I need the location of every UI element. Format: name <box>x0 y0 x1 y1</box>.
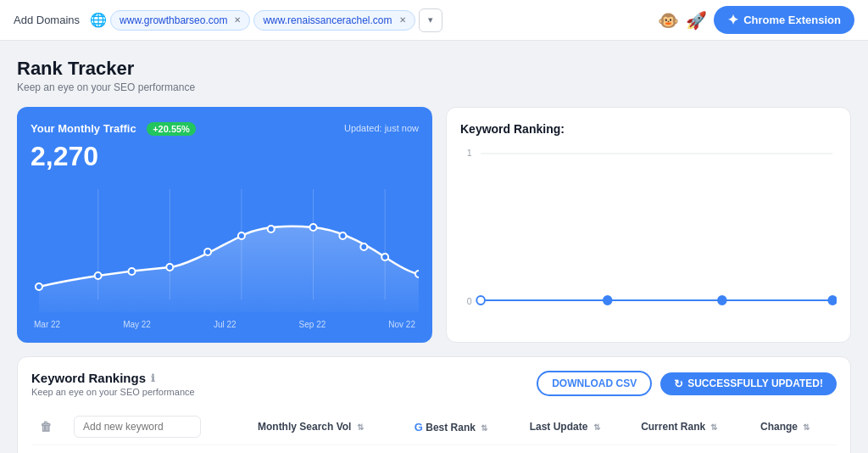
x-label-4: Nov 22 <box>388 320 415 329</box>
download-csv-button[interactable]: DOWNLOAD CSV <box>537 371 652 396</box>
kr-chart-svg: 1 0 <box>460 143 837 313</box>
svg-point-24 <box>828 296 837 305</box>
traffic-label-group: Your Monthly Traffic +20.55% <box>31 120 196 136</box>
row-last-update-cell: 0 <box>521 445 632 454</box>
domain-tab-2[interactable]: www.renaissancerachel.com ✕ <box>253 10 415 31</box>
kr-chart-area: 1 0 <box>460 143 837 296</box>
refresh-icon: ↻ <box>674 378 683 390</box>
chrome-ext-plus-icon: ✦ <box>727 12 738 28</box>
domain-tab-2-close[interactable]: ✕ <box>399 15 406 25</box>
col-best-rank: G Best Rank ⇅ <box>406 409 521 445</box>
row-delete-cell: 🗑 <box>31 445 65 454</box>
domain-tab-1-label: www.growthbarseo.com <box>120 14 227 26</box>
kr-header-row: Keyword Rankings ℹ Keep an eye on your S… <box>31 371 837 397</box>
row-best-rank-cell: 0 <box>406 445 521 454</box>
globe-icon-1: 🌐 <box>90 12 107 28</box>
domain-tab-1-close[interactable]: ✕ <box>234 15 241 25</box>
main-content: Rank Tracker Keep an eye on your SEO per… <box>0 41 868 453</box>
keyword-table: 🗑 Monthly Search Vol ⇅ G Best Rank ⇅ Las… <box>31 409 837 453</box>
x-label-2: Jul 22 <box>214 320 236 329</box>
row-change-cell: - <box>752 445 837 454</box>
traffic-number: 2,270 <box>31 141 419 172</box>
svg-point-13 <box>339 232 346 239</box>
monkey-icon-button[interactable]: 🐵 <box>658 10 679 31</box>
svg-point-6 <box>95 272 102 279</box>
domain-tabs: 🌐 www.growthbarseo.com ✕ www.renaissance… <box>90 8 442 32</box>
nav-icons: 🐵 🚀 ✦ Chrome Extension <box>658 6 854 34</box>
svg-point-8 <box>166 264 173 271</box>
svg-point-21 <box>476 296 485 305</box>
kr-title-text: Keyword Rankings <box>31 371 146 385</box>
traffic-updated-text: Updated: just now <box>344 123 419 133</box>
add-domains-label: Add Domains <box>14 14 80 26</box>
add-keyword-input[interactable] <box>74 416 201 438</box>
domain-tab-2-label: www.renaissancerachel.com <box>263 14 392 26</box>
table-row: 🗑 ai software ↗ 8,100 0 0 <box>31 445 837 454</box>
svg-point-23 <box>718 296 726 305</box>
row-keyword-cell: ai software ↗ <box>65 445 249 454</box>
chrome-extension-label: Chrome Extension <box>743 14 841 26</box>
x-label-1: May 22 <box>123 320 151 329</box>
page-subtitle: Keep an eye on your SEO performance <box>17 81 851 93</box>
col-monthly-search: Monthly Search Vol ⇅ <box>249 409 406 445</box>
table-header-row: 🗑 Monthly Search Vol ⇅ G Best Rank ⇅ Las… <box>31 409 837 445</box>
col-current-rank: Current Rank ⇅ <box>632 409 752 445</box>
kr-section-title: Keyword Rankings ℹ <box>31 371 195 385</box>
row-current-rank-cell: - <box>632 445 752 454</box>
traffic-card: Your Monthly Traffic +20.55% Updated: ju… <box>17 107 432 343</box>
domain-dropdown-button[interactable]: ▾ <box>419 8 442 32</box>
svg-point-12 <box>310 224 317 231</box>
kr-actions: DOWNLOAD CSV ↻ SUCCESSFULLY UPDATED! <box>537 371 837 396</box>
sort-change-icon[interactable]: ⇅ <box>803 422 810 432</box>
col-change: Change ⇅ <box>752 409 837 445</box>
svg-point-15 <box>381 254 388 260</box>
keyword-rankings-section: Keyword Rankings ℹ Keep an eye on your S… <box>17 356 851 453</box>
traffic-chart-svg <box>31 181 419 316</box>
traffic-chart-area <box>31 181 419 316</box>
x-labels: Mar 22 May 22 Jul 22 Sep 22 Nov 22 <box>31 320 419 329</box>
info-icon: ℹ <box>151 372 155 384</box>
traffic-badge: +20.55% <box>147 122 196 136</box>
svg-point-9 <box>204 249 211 255</box>
svg-point-7 <box>128 268 135 275</box>
chrome-extension-button[interactable]: ✦ Chrome Extension <box>714 6 854 34</box>
keyword-ranking-title: Keyword Ranking: <box>460 122 565 136</box>
kr-title-group: Keyword Rankings ℹ Keep an eye on your S… <box>31 371 195 397</box>
header-trash-icon[interactable]: 🗑 <box>40 420 52 433</box>
kr-subtitle: Keep an eye on your SEO performance <box>31 387 195 397</box>
updated-label: SUCCESSFULLY UPDATED! <box>687 378 823 389</box>
page-title: Rank Tracker <box>17 58 851 80</box>
row-monthly-search-cell: 8,100 <box>249 445 406 454</box>
sort-monthly-icon[interactable]: ⇅ <box>357 422 364 432</box>
charts-row: Your Monthly Traffic +20.55% Updated: ju… <box>17 107 851 343</box>
domain-tab-1[interactable]: www.growthbarseo.com ✕ <box>110 10 250 31</box>
svg-text:1: 1 <box>467 148 472 158</box>
svg-text:0: 0 <box>467 296 472 306</box>
svg-point-11 <box>268 226 275 232</box>
x-label-0: Mar 22 <box>34 320 60 329</box>
rocket-icon-button[interactable]: 🚀 <box>686 10 707 31</box>
traffic-card-header: Your Monthly Traffic +20.55% Updated: ju… <box>31 120 419 136</box>
traffic-label: Your Monthly Traffic <box>31 122 136 135</box>
col-last-update: Last Update ⇅ <box>521 409 632 445</box>
col-keyword <box>65 409 249 445</box>
sort-last-update-icon[interactable]: ⇅ <box>593 422 600 432</box>
sort-best-rank-icon[interactable]: ⇅ <box>481 423 487 433</box>
google-g-icon: G <box>415 421 423 433</box>
svg-point-16 <box>415 271 419 277</box>
col-delete: 🗑 <box>31 409 65 445</box>
successfully-updated-button[interactable]: ↻ SUCCESSFULLY UPDATED! <box>660 372 837 395</box>
x-label-3: Sep 22 <box>299 320 326 329</box>
svg-point-5 <box>36 283 42 290</box>
svg-point-14 <box>360 243 367 250</box>
svg-point-10 <box>238 232 245 239</box>
svg-point-22 <box>604 296 612 305</box>
sort-current-rank-icon[interactable]: ⇅ <box>710 422 717 432</box>
keyword-ranking-card: Keyword Ranking: 1 0 <box>446 107 851 343</box>
top-nav: Add Domains 🌐 www.growthbarseo.com ✕ www… <box>0 0 868 41</box>
